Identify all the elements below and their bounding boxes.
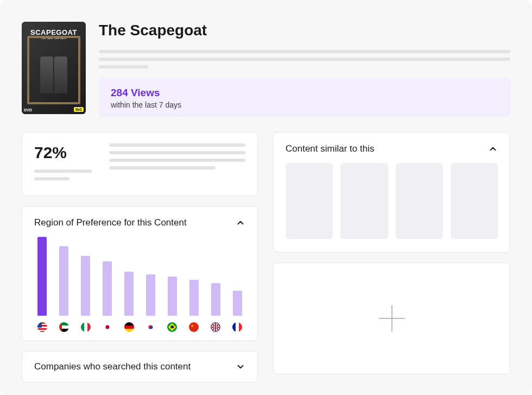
stats-description-placeholder: [109, 143, 245, 185]
flag-cn: [189, 322, 199, 332]
flag-ae: [59, 322, 69, 332]
flag-it: [81, 322, 91, 332]
region-card: Region of Preference for this Content: [22, 206, 258, 341]
description-placeholder: [99, 50, 510, 68]
stats-percent: 72%: [34, 143, 92, 162]
views-count: 284 Views: [111, 87, 498, 99]
similar-item[interactable]: [286, 163, 333, 239]
flag-kr: [145, 322, 155, 332]
flag-jp: [103, 322, 112, 332]
content-poster: SCAPEGOAT TWO MEN. ONE FACE DVD itv1: [22, 22, 86, 114]
region-title: Region of Preference for this Content: [34, 217, 187, 228]
views-card: 284 Views within the last 7 days: [99, 78, 510, 117]
chevron-down-icon[interactable]: [236, 362, 245, 372]
chevron-up-icon[interactable]: [236, 218, 245, 228]
flag-gb: [211, 322, 220, 332]
region-flags: [34, 322, 245, 332]
similar-item[interactable]: [451, 163, 498, 239]
poster-title: SCAPEGOAT: [30, 28, 77, 36]
flag-br: [167, 322, 177, 332]
flag-de: [124, 322, 134, 332]
page-title: The Scapegoat: [99, 22, 510, 39]
similar-card: Content similar to this: [273, 132, 510, 253]
companies-title: Companies who searched this content: [34, 361, 191, 372]
chart-bar: [37, 237, 47, 316]
plus-icon: [377, 303, 407, 334]
stats-card: 72%: [22, 132, 258, 196]
flag-us: [37, 322, 47, 332]
similar-item[interactable]: [396, 163, 443, 239]
chart-bar: [81, 256, 90, 316]
chart-bar: [233, 291, 242, 316]
similar-item[interactable]: [340, 163, 388, 239]
flag-fr: [232, 322, 242, 332]
chart-bar: [103, 261, 112, 316]
add-card[interactable]: [273, 262, 510, 374]
dvd-label: DVD: [24, 108, 32, 112]
chart-bar: [124, 272, 134, 316]
broadcaster-badge: itv1: [74, 107, 84, 112]
companies-card: Companies who searched this content: [22, 351, 258, 383]
chart-bar: [146, 274, 155, 316]
chart-bar: [211, 283, 220, 316]
chevron-up-icon[interactable]: [488, 144, 498, 154]
similar-title: Content similar to this: [286, 143, 374, 154]
chart-bar: [59, 246, 68, 316]
views-period: within the last 7 days: [111, 101, 498, 109]
chart-bar: [189, 280, 199, 316]
chart-bar: [168, 277, 177, 316]
region-chart: [34, 237, 245, 316]
